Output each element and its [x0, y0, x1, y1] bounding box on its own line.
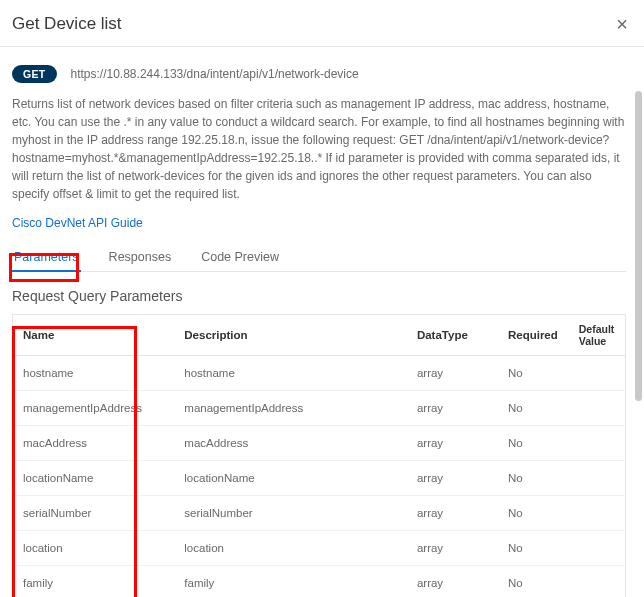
cell-name: location [13, 531, 175, 566]
th-default: Default Value [569, 315, 626, 356]
api-dialog: Get Device list × GET https://10.88.244.… [0, 0, 644, 597]
tab-parameters[interactable]: Parameters [12, 244, 81, 271]
cell-datatype: array [407, 356, 498, 391]
dialog-title: Get Device list [12, 14, 122, 34]
cell-required: No [498, 426, 569, 461]
content: GET https://10.88.244.133/dna/intent/api… [0, 47, 644, 597]
cell-default [569, 461, 626, 496]
cell-required: No [498, 356, 569, 391]
table-row: managementIpAddressmanagementIpAddressar… [13, 391, 626, 426]
endpoint-row: GET https://10.88.244.133/dna/intent/api… [12, 65, 626, 83]
endpoint-url: https://10.88.244.133/dna/intent/api/v1/… [71, 67, 359, 81]
scroll-area[interactable]: GET https://10.88.244.133/dna/intent/api… [0, 47, 644, 597]
cell-name: hostname [13, 356, 175, 391]
cell-default [569, 356, 626, 391]
cell-description: hostname [174, 356, 407, 391]
cell-description: family [174, 566, 407, 597]
query-params-table: Name Description DataType Required Defau… [12, 314, 626, 597]
devnet-guide-link[interactable]: Cisco DevNet API Guide [12, 216, 143, 230]
http-method-badge: GET [12, 65, 57, 83]
cell-default [569, 531, 626, 566]
tab-responses[interactable]: Responses [107, 244, 174, 271]
th-datatype: DataType [407, 315, 498, 356]
cell-description: locationName [174, 461, 407, 496]
th-required: Required [498, 315, 569, 356]
cell-required: No [498, 391, 569, 426]
th-name: Name [13, 315, 175, 356]
cell-name: serialNumber [13, 496, 175, 531]
cell-name: managementIpAddress [13, 391, 175, 426]
cell-datatype: array [407, 461, 498, 496]
cell-required: No [498, 496, 569, 531]
table-row: locationlocationarrayNo [13, 531, 626, 566]
table-row: locationNamelocationNamearrayNo [13, 461, 626, 496]
tab-code-preview[interactable]: Code Preview [199, 244, 281, 271]
section-title: Request Query Parameters [12, 288, 626, 304]
cell-datatype: array [407, 531, 498, 566]
cell-description: location [174, 531, 407, 566]
cell-description: managementIpAddress [174, 391, 407, 426]
scrollbar-thumb[interactable] [635, 91, 642, 401]
cell-default [569, 496, 626, 531]
close-icon[interactable]: × [616, 14, 628, 34]
dialog-header: Get Device list × [0, 0, 644, 47]
cell-description: serialNumber [174, 496, 407, 531]
cell-datatype: array [407, 391, 498, 426]
cell-required: No [498, 566, 569, 597]
table-row: familyfamilyarrayNo [13, 566, 626, 597]
cell-datatype: array [407, 496, 498, 531]
table-row: serialNumberserialNumberarrayNo [13, 496, 626, 531]
cell-default [569, 426, 626, 461]
table-header-row: Name Description DataType Required Defau… [13, 315, 626, 356]
api-description: Returns list of network devices based on… [12, 95, 626, 203]
th-description: Description [174, 315, 407, 356]
tab-bar: Parameters Responses Code Preview [12, 244, 626, 272]
cell-description: macAddress [174, 426, 407, 461]
table-row: hostnamehostnamearrayNo [13, 356, 626, 391]
cell-datatype: array [407, 426, 498, 461]
cell-name: family [13, 566, 175, 597]
cell-datatype: array [407, 566, 498, 597]
cell-required: No [498, 531, 569, 566]
cell-name: macAddress [13, 426, 175, 461]
cell-default [569, 566, 626, 597]
table-row: macAddressmacAddressarrayNo [13, 426, 626, 461]
cell-name: locationName [13, 461, 175, 496]
cell-required: No [498, 461, 569, 496]
cell-default [569, 391, 626, 426]
